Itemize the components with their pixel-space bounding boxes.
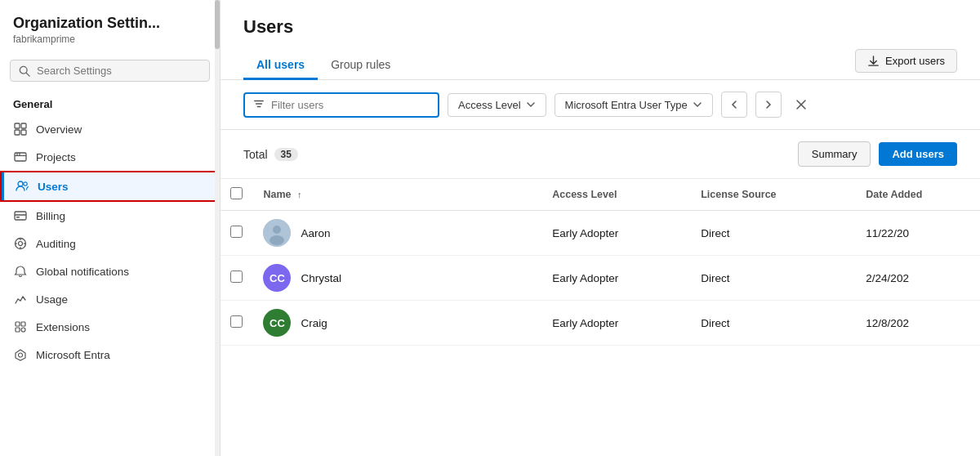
sidebar-item-projects-label: Projects — [36, 151, 76, 163]
total-badge: Total 35 — [243, 148, 298, 161]
row-checkbox-craig[interactable] — [230, 315, 243, 328]
svg-rect-23 — [16, 328, 20, 332]
row-checkbox-cell — [220, 211, 253, 256]
total-count: 35 — [274, 148, 298, 161]
filter-bar: Access Level Microsoft Entra User Type — [220, 80, 980, 130]
sidebar-header: Organization Settin... fabrikamprime — [0, 0, 220, 51]
sidebar-title: Organization Settin... — [13, 15, 207, 32]
col-header-name[interactable]: Name ↑ — [253, 179, 542, 211]
sidebar-item-users-label: Users — [38, 181, 69, 193]
table-area: Total 35 Summary Add users Name ↑ Acc — [220, 130, 980, 456]
bell-icon — [13, 264, 28, 279]
row-checkbox-chrystal[interactable] — [230, 270, 243, 283]
main-content: Users All users Group rules Export users — [220, 0, 980, 456]
sidebar-subtitle: fabrikamprime — [13, 34, 207, 45]
access-level-dropdown[interactable]: Access Level — [448, 93, 546, 117]
user-row-name: Aaron — [263, 219, 532, 247]
svg-marker-25 — [16, 350, 25, 360]
sidebar-item-usage[interactable]: Usage — [0, 285, 220, 313]
row-license-source: Direct — [691, 256, 856, 301]
filter-input-wrap[interactable] — [243, 92, 439, 118]
filter-icon — [253, 98, 265, 112]
sidebar: Organization Settin... fabrikamprime Gen… — [0, 0, 220, 456]
row-checkbox-aaron[interactable] — [230, 226, 243, 238]
table-toolbar: Total 35 Summary Add users — [220, 130, 980, 179]
row-name-cell: CCChrystal — [253, 256, 542, 301]
svg-point-11 — [24, 182, 27, 186]
entra-icon — [13, 347, 28, 362]
chevron-down-icon-2 — [693, 100, 702, 110]
table-row: CCCraigEarly AdopterDirect12/8/202 — [220, 301, 980, 346]
row-checkbox-cell — [220, 256, 253, 301]
row-license-source: Direct — [691, 301, 856, 346]
user-type-dropdown[interactable]: Microsoft Entra User Type — [555, 93, 713, 117]
chevron-down-icon — [526, 100, 536, 110]
svg-rect-21 — [16, 322, 20, 326]
chevron-right-icon — [764, 100, 773, 110]
table-row: CCChrystalEarly AdopterDirect2/24/202 — [220, 256, 980, 301]
svg-point-35 — [270, 235, 284, 245]
sort-ascending-icon: ↑ — [297, 190, 302, 199]
row-name-cell: Aaron — [253, 211, 542, 256]
col-header-license-source[interactable]: License Source — [691, 179, 856, 211]
sidebar-item-users[interactable]: Users — [0, 171, 220, 202]
search-settings-input[interactable] — [37, 65, 201, 77]
page-title: Users — [243, 16, 957, 38]
sidebar-item-global-notifications[interactable]: Global notifications — [0, 257, 220, 285]
svg-point-26 — [19, 353, 23, 357]
sidebar-item-auditing[interactable]: Auditing — [0, 230, 220, 257]
svg-rect-12 — [15, 212, 26, 220]
col-header-access-level[interactable]: Access Level — [542, 179, 691, 211]
sidebar-item-billing[interactable]: Billing — [0, 202, 220, 230]
sidebar-item-overview[interactable]: Overview — [0, 115, 220, 143]
filter-users-input[interactable] — [271, 99, 402, 111]
user-name-label: Chrystal — [301, 272, 341, 284]
add-users-button[interactable]: Add users — [879, 142, 957, 166]
sidebar-item-billing-label: Billing — [36, 210, 65, 222]
row-access-level: Early Adopter — [542, 301, 691, 346]
filter-clear-button[interactable] — [790, 93, 813, 116]
sidebar-item-overview-label: Overview — [36, 123, 82, 136]
sidebar-item-microsoft-entra-label: Microsoft Entra — [36, 349, 110, 361]
extensions-icon — [13, 320, 28, 334]
export-users-label: Export users — [885, 55, 945, 67]
sidebar-scrollbar[interactable] — [215, 0, 220, 456]
sidebar-search-box[interactable] — [10, 60, 210, 82]
grid-icon — [13, 122, 28, 136]
sidebar-item-extensions[interactable]: Extensions — [0, 313, 220, 341]
svg-point-24 — [21, 328, 25, 332]
tab-group-rules[interactable]: Group rules — [318, 51, 403, 80]
svg-rect-14 — [16, 217, 20, 218]
svg-rect-5 — [21, 130, 26, 135]
col-header-check — [220, 179, 253, 211]
users-icon — [15, 179, 29, 194]
row-name-cell: CCCraig — [253, 301, 542, 346]
summary-button[interactable]: Summary — [798, 141, 871, 167]
svg-rect-22 — [21, 322, 25, 326]
export-users-button[interactable]: Export users — [855, 49, 957, 73]
navigate-prev-button[interactable] — [721, 92, 747, 118]
user-row-name: CCCraig — [263, 309, 532, 337]
navigate-next-button[interactable] — [755, 92, 782, 118]
chevron-left-icon — [729, 100, 739, 110]
billing-icon — [13, 208, 28, 223]
sidebar-item-projects[interactable]: Projects — [0, 143, 220, 171]
svg-line-1 — [26, 73, 29, 76]
auditing-icon — [13, 236, 28, 251]
svg-rect-6 — [15, 153, 26, 161]
user-name-label: Aaron — [301, 227, 330, 239]
search-icon — [19, 65, 30, 77]
sidebar-item-usage-label: Usage — [36, 293, 68, 306]
sidebar-item-global-notifications-label: Global notifications — [36, 266, 129, 278]
close-icon — [795, 99, 807, 110]
sidebar-item-microsoft-entra[interactable]: Microsoft Entra — [0, 341, 220, 369]
usage-icon — [13, 292, 28, 306]
svg-rect-3 — [21, 123, 26, 128]
svg-rect-2 — [15, 123, 20, 128]
sidebar-scrollbar-thumb[interactable] — [215, 0, 220, 49]
row-date-added: 2/24/202 — [856, 256, 980, 301]
svg-point-10 — [18, 181, 23, 186]
col-header-date-added[interactable]: Date Added — [856, 179, 980, 211]
select-all-checkbox[interactable] — [230, 187, 243, 199]
tab-all-users[interactable]: All users — [243, 51, 318, 80]
